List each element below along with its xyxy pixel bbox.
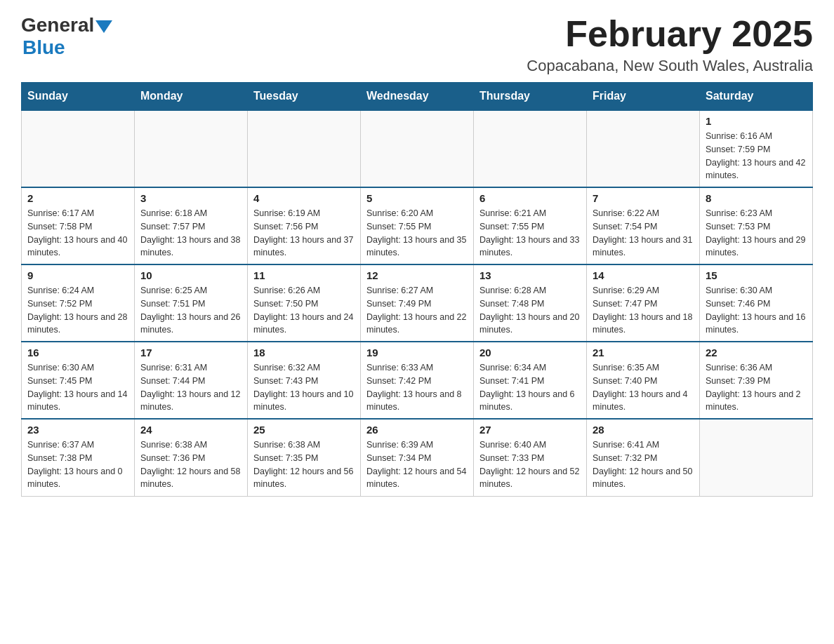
day-number: 23 (27, 424, 128, 436)
month-title: February 2025 (527, 14, 813, 54)
weekday-header-row: SundayMondayTuesdayWednesdayThursdayFrid… (22, 83, 813, 111)
day-info: Sunrise: 6:29 AMSunset: 7:47 PMDaylight:… (593, 284, 694, 337)
day-info: Sunrise: 6:22 AMSunset: 7:54 PMDaylight:… (593, 207, 694, 260)
weekday-header-saturday: Saturday (700, 83, 813, 111)
day-info: Sunrise: 6:28 AMSunset: 7:48 PMDaylight:… (479, 284, 581, 337)
calendar-cell: 5Sunrise: 6:20 AMSunset: 7:55 PMDaylight… (361, 187, 474, 264)
day-number: 11 (253, 269, 355, 281)
calendar-cell (587, 110, 700, 187)
weekday-header-friday: Friday (587, 83, 700, 111)
day-number: 22 (706, 347, 807, 358)
day-info: Sunrise: 6:18 AMSunset: 7:57 PMDaylight:… (140, 207, 241, 260)
calendar-cell: 21Sunrise: 6:35 AMSunset: 7:40 PMDayligh… (587, 342, 700, 419)
day-info: Sunrise: 6:36 AMSunset: 7:39 PMDaylight:… (706, 361, 807, 414)
calendar-cell: 4Sunrise: 6:19 AMSunset: 7:56 PMDaylight… (248, 187, 361, 264)
weekday-header-sunday: Sunday (22, 83, 135, 111)
calendar-cell (361, 110, 474, 187)
day-number: 17 (140, 347, 241, 358)
day-info: Sunrise: 6:27 AMSunset: 7:49 PMDaylight:… (366, 284, 468, 337)
calendar-cell: 12Sunrise: 6:27 AMSunset: 7:49 PMDayligh… (361, 264, 474, 342)
calendar-cell: 16Sunrise: 6:30 AMSunset: 7:45 PMDayligh… (22, 342, 135, 419)
day-number: 2 (27, 192, 128, 204)
calendar-cell: 15Sunrise: 6:30 AMSunset: 7:46 PMDayligh… (700, 264, 813, 342)
day-info: Sunrise: 6:23 AMSunset: 7:53 PMDaylight:… (706, 207, 807, 260)
weekday-header-wednesday: Wednesday (361, 83, 474, 111)
calendar-cell: 18Sunrise: 6:32 AMSunset: 7:43 PMDayligh… (248, 342, 361, 419)
calendar-week-1: 1Sunrise: 6:16 AMSunset: 7:59 PMDaylight… (22, 110, 813, 187)
day-number: 13 (479, 269, 581, 281)
day-info: Sunrise: 6:37 AMSunset: 7:38 PMDaylight:… (27, 438, 128, 491)
calendar-cell (135, 110, 248, 187)
day-info: Sunrise: 6:26 AMSunset: 7:50 PMDaylight:… (253, 284, 355, 337)
page-header: General Blue February 2025 Copacabana, N… (21, 14, 813, 75)
day-number: 15 (706, 269, 807, 281)
day-number: 27 (479, 424, 581, 436)
calendar-cell: 9Sunrise: 6:24 AMSunset: 7:52 PMDaylight… (22, 264, 135, 342)
day-number: 1 (706, 115, 807, 127)
day-info: Sunrise: 6:21 AMSunset: 7:55 PMDaylight:… (479, 207, 581, 260)
day-number: 6 (479, 192, 581, 204)
calendar-cell: 28Sunrise: 6:41 AMSunset: 7:32 PMDayligh… (587, 419, 700, 496)
calendar-cell: 22Sunrise: 6:36 AMSunset: 7:39 PMDayligh… (700, 342, 813, 419)
day-number: 26 (366, 424, 468, 436)
day-number: 28 (593, 424, 694, 436)
calendar-cell: 1Sunrise: 6:16 AMSunset: 7:59 PMDaylight… (700, 110, 813, 187)
day-info: Sunrise: 6:30 AMSunset: 7:45 PMDaylight:… (27, 361, 128, 414)
weekday-header-thursday: Thursday (474, 83, 587, 111)
weekday-header-tuesday: Tuesday (248, 83, 361, 111)
calendar-cell (248, 110, 361, 187)
day-number: 20 (479, 347, 581, 358)
calendar-cell: 10Sunrise: 6:25 AMSunset: 7:51 PMDayligh… (135, 264, 248, 342)
day-number: 24 (140, 424, 241, 436)
day-info: Sunrise: 6:33 AMSunset: 7:42 PMDaylight:… (366, 361, 468, 414)
day-info: Sunrise: 6:34 AMSunset: 7:41 PMDaylight:… (479, 361, 581, 414)
calendar-cell: 24Sunrise: 6:38 AMSunset: 7:36 PMDayligh… (135, 419, 248, 496)
day-number: 7 (593, 192, 694, 204)
day-number: 18 (253, 347, 355, 358)
day-number: 9 (27, 269, 128, 281)
calendar-cell (22, 110, 135, 187)
calendar-week-5: 23Sunrise: 6:37 AMSunset: 7:38 PMDayligh… (22, 419, 813, 496)
day-number: 8 (706, 192, 807, 204)
calendar-cell: 17Sunrise: 6:31 AMSunset: 7:44 PMDayligh… (135, 342, 248, 419)
day-info: Sunrise: 6:40 AMSunset: 7:33 PMDaylight:… (479, 438, 581, 491)
calendar-cell: 27Sunrise: 6:40 AMSunset: 7:33 PMDayligh… (474, 419, 587, 496)
calendar-cell: 8Sunrise: 6:23 AMSunset: 7:53 PMDaylight… (700, 187, 813, 264)
day-number: 19 (366, 347, 468, 358)
calendar-cell: 26Sunrise: 6:39 AMSunset: 7:34 PMDayligh… (361, 419, 474, 496)
logo: General Blue (21, 14, 112, 59)
logo-arrow-icon (95, 20, 112, 33)
day-info: Sunrise: 6:31 AMSunset: 7:44 PMDaylight:… (140, 361, 241, 414)
calendar-table: SundayMondayTuesdayWednesdayThursdayFrid… (21, 82, 813, 497)
location-title: Copacabana, New South Wales, Australia (527, 57, 813, 75)
day-number: 10 (140, 269, 241, 281)
day-info: Sunrise: 6:38 AMSunset: 7:36 PMDaylight:… (140, 438, 241, 491)
calendar-week-4: 16Sunrise: 6:30 AMSunset: 7:45 PMDayligh… (22, 342, 813, 419)
weekday-header-monday: Monday (135, 83, 248, 111)
title-block: February 2025 Copacabana, New South Wale… (527, 14, 813, 75)
day-number: 14 (593, 269, 694, 281)
calendar-cell (474, 110, 587, 187)
calendar-cell: 23Sunrise: 6:37 AMSunset: 7:38 PMDayligh… (22, 419, 135, 496)
day-number: 12 (366, 269, 468, 281)
day-info: Sunrise: 6:19 AMSunset: 7:56 PMDaylight:… (253, 207, 355, 260)
calendar-cell: 7Sunrise: 6:22 AMSunset: 7:54 PMDaylight… (587, 187, 700, 264)
day-info: Sunrise: 6:16 AMSunset: 7:59 PMDaylight:… (706, 130, 807, 182)
calendar-cell: 6Sunrise: 6:21 AMSunset: 7:55 PMDaylight… (474, 187, 587, 264)
calendar-cell: 11Sunrise: 6:26 AMSunset: 7:50 PMDayligh… (248, 264, 361, 342)
logo-blue-text: Blue (22, 36, 65, 59)
day-number: 5 (366, 192, 468, 204)
day-info: Sunrise: 6:17 AMSunset: 7:58 PMDaylight:… (27, 207, 128, 260)
day-info: Sunrise: 6:39 AMSunset: 7:34 PMDaylight:… (366, 438, 468, 491)
day-number: 4 (253, 192, 355, 204)
day-info: Sunrise: 6:38 AMSunset: 7:35 PMDaylight:… (253, 438, 355, 491)
day-number: 21 (593, 347, 694, 358)
day-number: 3 (140, 192, 241, 204)
day-info: Sunrise: 6:20 AMSunset: 7:55 PMDaylight:… (366, 207, 468, 260)
logo-general-text: General (21, 14, 94, 36)
calendar-cell: 3Sunrise: 6:18 AMSunset: 7:57 PMDaylight… (135, 187, 248, 264)
calendar-cell: 14Sunrise: 6:29 AMSunset: 7:47 PMDayligh… (587, 264, 700, 342)
day-info: Sunrise: 6:41 AMSunset: 7:32 PMDaylight:… (593, 438, 694, 491)
day-info: Sunrise: 6:35 AMSunset: 7:40 PMDaylight:… (593, 361, 694, 414)
day-info: Sunrise: 6:24 AMSunset: 7:52 PMDaylight:… (27, 284, 128, 337)
